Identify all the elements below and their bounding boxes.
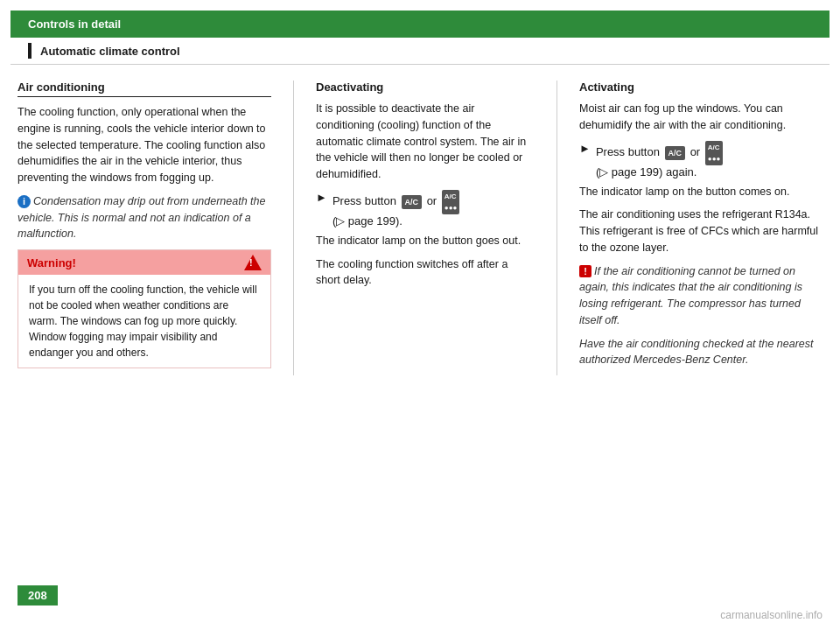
ac-button-icon-2: A/C●●●	[442, 190, 460, 214]
watermark: carmanualsonline.info	[720, 609, 822, 621]
info-note: iCondensation may drip out from undernea…	[18, 193, 271, 242]
right-heading: Activating	[579, 80, 822, 94]
info-icon: i	[18, 195, 31, 208]
subheader-title: Automatic climate control	[40, 45, 180, 58]
middle-bullet-row: ► Press button A/C or A/C●●● (▷ page 199…	[316, 190, 535, 228]
main-content: Air conditioning The cooling function, o…	[18, 80, 822, 375]
bullet-arrow-icon-2: ►	[579, 142, 591, 155]
warning-triangle-icon	[244, 255, 262, 270]
ac-button-icon-1: A/C	[402, 195, 423, 209]
middle-cooling-off-text: The cooling function switches off after …	[316, 256, 535, 290]
left-heading: Air conditioning	[18, 80, 271, 97]
right-bullet-row: ► Press button A/C or A/C●●● (▷ page 199…	[579, 141, 822, 178]
caution-icon: !	[579, 265, 592, 277]
header-bar: Controls in detail	[10, 10, 830, 38]
right-body1: Moist air can fog up the windows. You ca…	[579, 101, 822, 134]
header-title: Controls in detail	[28, 18, 121, 31]
middle-indicator-text: The indicator lamp on the button goes ou…	[316, 233, 535, 249]
right-bullet-text: Press button A/C or A/C●●● (▷ page 199) …	[596, 141, 724, 178]
caution-note: !If the air conditioning cannot be turne…	[579, 263, 822, 329]
refrigerant-text: The air conditioning uses the refrigeran…	[579, 206, 822, 256]
subheader-bar: Automatic climate control	[10, 38, 830, 65]
warning-box: Warning! If you turn off the cooling fun…	[18, 249, 271, 368]
middle-column: Deactivating It is possible to deactivat…	[316, 80, 535, 375]
section-indicator	[28, 43, 32, 59]
page-number: 208	[18, 585, 58, 606]
warning-body: If you turn off the cooling function, th…	[18, 275, 270, 368]
middle-bullet-text: Press button A/C or A/C●●● (▷ page 199).	[332, 190, 461, 228]
left-body1: The cooling function, only operational w…	[18, 104, 271, 186]
divider-right	[556, 80, 557, 375]
middle-body1: It is possible to deactivate the air con…	[316, 101, 535, 183]
divider-left	[293, 80, 294, 375]
right-indicator-text: The indicator lamp on the button comes o…	[579, 184, 822, 200]
warning-title: Warning!	[27, 256, 76, 270]
ac-button-icon-4: A/C●●●	[705, 141, 724, 165]
service-note: Have the air conditioning checked at the…	[579, 336, 822, 369]
warning-header: Warning!	[18, 250, 270, 275]
right-column: Activating Moist air can fog up the wind…	[579, 80, 822, 375]
bullet-arrow-icon: ►	[316, 191, 327, 204]
left-column: Air conditioning The cooling function, o…	[18, 80, 271, 375]
ac-button-icon-3: A/C	[665, 146, 686, 160]
middle-heading: Deactivating	[316, 80, 535, 94]
